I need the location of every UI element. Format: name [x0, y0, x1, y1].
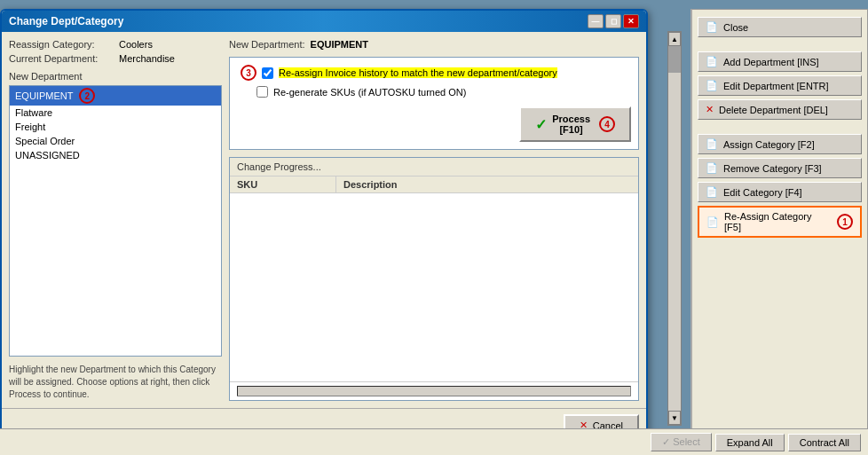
delete-dept-label: Delete Department [DEL]	[719, 105, 828, 115]
dept-item-unassigned[interactable]: UNASSIGNED	[10, 148, 221, 162]
checkbox2-row: Re-generate SKUs (if AUTOSKU turned ON)	[237, 86, 631, 98]
regenerate-sku-label: Re-generate SKUs (if AUTOSKU turned ON)	[273, 87, 466, 98]
department-list[interactable]: EQUIPMENT 2 Flatware Freight Special Ord…	[9, 85, 222, 357]
select-label: Select	[673, 436, 700, 447]
new-dept-list-label: New Department	[9, 71, 222, 82]
remove-cat-icon: 📄	[706, 162, 718, 174]
checkmark-icon: ✓	[535, 116, 547, 133]
dept-item-equipment[interactable]: EQUIPMENT 2	[10, 86, 221, 106]
reassign-category-value: Coolers	[119, 39, 153, 50]
reassign-cat-label: Re-Assign Category [F5]	[724, 211, 828, 232]
delete-department-button[interactable]: ✕ Delete Department [DEL]	[698, 99, 862, 120]
assign-category-button[interactable]: 📄 Assign Category [F2]	[698, 134, 862, 154]
close-label: Close	[723, 22, 748, 33]
add-dept-label: Add Department [INS]	[723, 57, 819, 67]
assign-cat-label: Assign Category [F2]	[723, 139, 815, 150]
restore-button[interactable]: ◻	[605, 14, 621, 28]
edit-cat-label: Edit Category [F4]	[723, 187, 802, 198]
scroll-thumb[interactable]	[668, 46, 681, 73]
sidebar-spacer	[698, 241, 862, 435]
reassign-invoice-label: Re-assign Invoice history to match the n…	[279, 67, 557, 78]
expand-label: Expand All	[727, 437, 773, 448]
contract-all-button[interactable]: Contract All	[788, 434, 861, 451]
annotation-3: 3	[241, 65, 256, 81]
delete-dept-icon: ✕	[706, 104, 714, 115]
dialog-title: Change Dept/Category	[9, 15, 123, 27]
right-panel: New Department: EQUIPMENT 3 Re-assign In…	[229, 39, 639, 401]
help-text: Highlight the new Department to which th…	[9, 364, 222, 401]
options-box: 3 Re-assign Invoice history to match the…	[229, 57, 639, 150]
new-dept-display-value: EQUIPMENT	[311, 39, 368, 50]
titlebar-buttons: — ◻ ✕	[588, 14, 639, 28]
new-dept-display-row: New Department: EQUIPMENT	[229, 39, 639, 50]
checkbox1-row: 3 Re-assign Invoice history to match the…	[237, 65, 631, 81]
reassign-invoice-checkbox[interactable]	[262, 67, 273, 79]
process-button[interactable]: ✓ Process[F10] 4	[519, 106, 631, 142]
scroll-down-button[interactable]: ▼	[668, 411, 681, 425]
dept-item-freight[interactable]: Freight	[10, 120, 221, 134]
edit-category-button[interactable]: 📄 Edit Category [F4]	[698, 182, 862, 202]
select-checkmark-icon: ✓	[662, 436, 670, 447]
expand-all-button[interactable]: Expand All	[715, 434, 785, 451]
sku-column-header: SKU	[230, 177, 336, 192]
scrollbar[interactable]: ▲ ▼	[667, 31, 682, 426]
process-label: Process[F10]	[552, 114, 590, 135]
edit-dept-icon: 📄	[706, 80, 718, 91]
contract-label: Contract All	[800, 437, 849, 448]
current-dept-value: Merchandise	[119, 53, 175, 64]
edit-cat-icon: 📄	[706, 186, 718, 198]
dept-item-flatware[interactable]: Flatware	[10, 106, 221, 120]
sidebar-panel: 📄 Close 📄 Add Department [INS] 📄 Edit De…	[690, 9, 868, 443]
current-dept-label: Current Department:	[9, 53, 115, 64]
change-dept-category-dialog: Change Dept/Category — ◻ ✕ Reassign Cate…	[0, 9, 648, 443]
annotation-1: 1	[837, 214, 853, 230]
edit-dept-label: Edit Department [ENTR]	[723, 81, 829, 91]
edit-department-button[interactable]: 📄 Edit Department [ENTR]	[698, 75, 862, 96]
reassign-category-row: Reassign Category: Coolers	[9, 39, 222, 50]
reassign-category-button[interactable]: 📄 Re-Assign Category [F5] 1	[698, 206, 862, 238]
table-body	[230, 193, 638, 381]
current-dept-row: Current Department: Merchandise	[9, 53, 222, 64]
dialog-titlebar: Change Dept/Category — ◻ ✕	[2, 11, 646, 32]
close-button[interactable]: ✕	[623, 14, 639, 28]
progress-box: Change Progress... SKU Description	[229, 157, 639, 401]
regenerate-sku-checkbox[interactable]	[256, 86, 268, 98]
left-panel: Reassign Category: Coolers Current Depar…	[9, 39, 222, 401]
add-department-button[interactable]: 📄 Add Department [INS]	[698, 51, 862, 72]
close-icon: 📄	[706, 21, 718, 33]
dept-item-special-order[interactable]: Special Order	[10, 134, 221, 148]
bottom-bar: ✓ Select Expand All Contract All	[0, 428, 868, 455]
close-sidebar-button[interactable]: 📄 Close	[698, 17, 862, 37]
remove-category-button[interactable]: 📄 Remove Category [F3]	[698, 158, 862, 178]
reassign-category-label: Reassign Category:	[9, 39, 115, 50]
progress-bar-outer	[237, 386, 631, 396]
annotation-4: 4	[599, 116, 615, 132]
description-column-header: Description	[336, 177, 638, 192]
new-dept-display-label: New Department:	[229, 39, 305, 50]
select-button[interactable]: ✓ Select	[651, 433, 712, 451]
table-header: SKU Description	[230, 177, 638, 193]
minimize-button[interactable]: —	[588, 14, 604, 28]
dialog-content: Reassign Category: Coolers Current Depar…	[2, 32, 646, 408]
reassign-cat-icon: 📄	[706, 216, 719, 228]
add-dept-icon: 📄	[706, 56, 718, 67]
process-btn-container: ✓ Process[F10] 4	[237, 106, 631, 142]
progress-title: Change Progress...	[230, 158, 638, 177]
annotation-2: 2	[79, 88, 95, 104]
assign-cat-icon: 📄	[706, 138, 718, 150]
scroll-up-button[interactable]: ▲	[668, 32, 681, 46]
remove-cat-label: Remove Category [F3]	[723, 163, 822, 174]
progress-bar-row	[230, 381, 638, 400]
progress-table: SKU Description	[230, 177, 638, 381]
